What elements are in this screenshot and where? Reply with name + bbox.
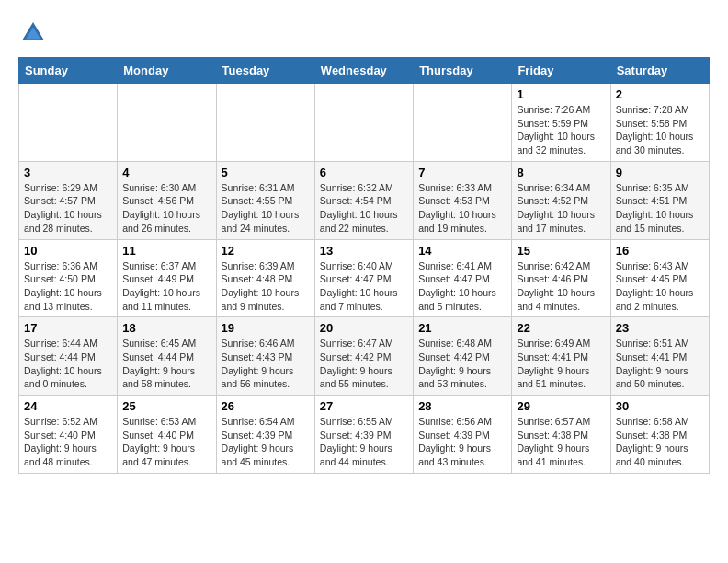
- day-number: 26: [222, 399, 310, 413]
- day-number: 25: [122, 399, 210, 413]
- weekday-header-sunday: Sunday: [19, 58, 118, 84]
- calendar-cell: 29Sunrise: 6:57 AM Sunset: 4:38 PM Dayli…: [512, 396, 610, 474]
- calendar-cell: 8Sunrise: 6:34 AM Sunset: 4:52 PM Daylig…: [512, 161, 610, 239]
- calendar-header: SundayMondayTuesdayWednesdayThursdayFrid…: [19, 58, 710, 84]
- day-number: 22: [517, 321, 605, 335]
- day-info: Sunrise: 6:43 AM Sunset: 4:45 PM Dayligh…: [616, 259, 704, 314]
- day-info: Sunrise: 6:56 AM Sunset: 4:39 PM Dayligh…: [418, 415, 506, 469]
- weekday-header-row: SundayMondayTuesdayWednesdayThursdayFrid…: [19, 58, 710, 84]
- calendar-cell: 24Sunrise: 6:52 AM Sunset: 4:40 PM Dayli…: [19, 396, 118, 474]
- day-number: 12: [222, 244, 310, 258]
- day-number: 15: [517, 244, 605, 258]
- day-number: 17: [24, 321, 112, 335]
- day-info: Sunrise: 6:48 AM Sunset: 4:42 PM Dayligh…: [418, 337, 506, 391]
- day-info: Sunrise: 6:37 AM Sunset: 4:49 PM Dayligh…: [122, 259, 210, 314]
- header: [18, 18, 710, 48]
- day-number: 11: [122, 244, 210, 258]
- day-info: Sunrise: 6:47 AM Sunset: 4:42 PM Dayligh…: [320, 337, 408, 391]
- day-number: 28: [418, 399, 506, 413]
- calendar-cell: 5Sunrise: 6:31 AM Sunset: 4:55 PM Daylig…: [216, 161, 314, 239]
- calendar-week-row: 3Sunrise: 6:29 AM Sunset: 4:57 PM Daylig…: [19, 161, 710, 239]
- day-info: Sunrise: 6:57 AM Sunset: 4:38 PM Dayligh…: [517, 415, 605, 469]
- logo-icon: [18, 18, 48, 48]
- day-info: Sunrise: 6:58 AM Sunset: 4:38 PM Dayligh…: [616, 415, 704, 469]
- weekday-header-monday: Monday: [118, 58, 216, 84]
- day-number: 27: [320, 399, 408, 413]
- calendar-cell: [216, 84, 314, 162]
- day-info: Sunrise: 6:42 AM Sunset: 4:46 PM Dayligh…: [517, 259, 605, 314]
- day-info: Sunrise: 6:32 AM Sunset: 4:54 PM Dayligh…: [320, 181, 408, 236]
- day-info: Sunrise: 6:40 AM Sunset: 4:47 PM Dayligh…: [320, 259, 408, 314]
- calendar-cell: [314, 84, 413, 162]
- day-info: Sunrise: 6:44 AM Sunset: 4:44 PM Dayligh…: [24, 337, 112, 391]
- day-info: Sunrise: 6:29 AM Sunset: 4:57 PM Dayligh…: [24, 181, 112, 236]
- day-info: Sunrise: 6:53 AM Sunset: 4:40 PM Dayligh…: [122, 415, 210, 469]
- weekday-header-wednesday: Wednesday: [314, 58, 413, 84]
- calendar-cell: 18Sunrise: 6:45 AM Sunset: 4:44 PM Dayli…: [118, 317, 216, 396]
- day-number: 4: [122, 166, 210, 179]
- day-number: 20: [320, 321, 408, 335]
- calendar-cell: 1Sunrise: 7:26 AM Sunset: 5:59 PM Daylig…: [512, 84, 610, 162]
- day-number: 21: [418, 321, 506, 335]
- day-info: Sunrise: 6:35 AM Sunset: 4:51 PM Dayligh…: [616, 181, 704, 236]
- day-info: Sunrise: 6:36 AM Sunset: 4:50 PM Dayligh…: [24, 259, 112, 314]
- calendar-cell: 22Sunrise: 6:49 AM Sunset: 4:41 PM Dayli…: [512, 317, 610, 396]
- day-info: Sunrise: 6:39 AM Sunset: 4:48 PM Dayligh…: [222, 259, 310, 314]
- day-info: Sunrise: 7:28 AM Sunset: 5:58 PM Dayligh…: [616, 103, 704, 157]
- day-info: Sunrise: 6:45 AM Sunset: 4:44 PM Dayligh…: [122, 337, 210, 391]
- day-info: Sunrise: 6:41 AM Sunset: 4:47 PM Dayligh…: [418, 259, 506, 314]
- day-number: 7: [418, 166, 506, 179]
- calendar-cell: 6Sunrise: 6:32 AM Sunset: 4:54 PM Daylig…: [314, 161, 413, 239]
- weekday-header-thursday: Thursday: [414, 58, 512, 84]
- day-info: Sunrise: 6:33 AM Sunset: 4:53 PM Dayligh…: [418, 181, 506, 236]
- calendar-cell: 21Sunrise: 6:48 AM Sunset: 4:42 PM Dayli…: [414, 317, 512, 396]
- calendar-cell: 14Sunrise: 6:41 AM Sunset: 4:47 PM Dayli…: [414, 239, 512, 317]
- calendar-week-row: 24Sunrise: 6:52 AM Sunset: 4:40 PM Dayli…: [19, 396, 710, 474]
- calendar-cell: 11Sunrise: 6:37 AM Sunset: 4:49 PM Dayli…: [118, 239, 216, 317]
- day-number: 16: [616, 244, 704, 258]
- calendar-cell: 17Sunrise: 6:44 AM Sunset: 4:44 PM Dayli…: [19, 317, 118, 396]
- day-info: Sunrise: 7:26 AM Sunset: 5:59 PM Dayligh…: [517, 103, 605, 157]
- calendar-cell: 19Sunrise: 6:46 AM Sunset: 4:43 PM Dayli…: [216, 317, 314, 396]
- day-info: Sunrise: 6:54 AM Sunset: 4:39 PM Dayligh…: [222, 415, 310, 469]
- day-info: Sunrise: 6:34 AM Sunset: 4:52 PM Dayligh…: [517, 181, 605, 236]
- day-number: 29: [517, 399, 605, 413]
- calendar-cell: 25Sunrise: 6:53 AM Sunset: 4:40 PM Dayli…: [118, 396, 216, 474]
- calendar-cell: 12Sunrise: 6:39 AM Sunset: 4:48 PM Dayli…: [216, 239, 314, 317]
- day-number: 10: [24, 244, 112, 258]
- calendar-cell: 30Sunrise: 6:58 AM Sunset: 4:38 PM Dayli…: [610, 396, 709, 474]
- calendar-cell: 20Sunrise: 6:47 AM Sunset: 4:42 PM Dayli…: [314, 317, 413, 396]
- weekday-header-friday: Friday: [512, 58, 610, 84]
- calendar-cell: 7Sunrise: 6:33 AM Sunset: 4:53 PM Daylig…: [414, 161, 512, 239]
- day-info: Sunrise: 6:55 AM Sunset: 4:39 PM Dayligh…: [320, 415, 408, 469]
- day-info: Sunrise: 6:46 AM Sunset: 4:43 PM Dayligh…: [222, 337, 310, 391]
- calendar-cell: 23Sunrise: 6:51 AM Sunset: 4:41 PM Dayli…: [610, 317, 709, 396]
- day-info: Sunrise: 6:49 AM Sunset: 4:41 PM Dayligh…: [517, 337, 605, 391]
- calendar-cell: 15Sunrise: 6:42 AM Sunset: 4:46 PM Dayli…: [512, 239, 610, 317]
- day-number: 2: [616, 87, 704, 101]
- calendar-week-row: 1Sunrise: 7:26 AM Sunset: 5:59 PM Daylig…: [19, 84, 710, 162]
- calendar-cell: [19, 84, 118, 162]
- calendar-week-row: 10Sunrise: 6:36 AM Sunset: 4:50 PM Dayli…: [19, 239, 710, 317]
- day-number: 18: [122, 321, 210, 335]
- day-number: 8: [517, 166, 605, 179]
- day-number: 14: [418, 244, 506, 258]
- calendar-cell: 3Sunrise: 6:29 AM Sunset: 4:57 PM Daylig…: [19, 161, 118, 239]
- calendar-cell: 16Sunrise: 6:43 AM Sunset: 4:45 PM Dayli…: [610, 239, 709, 317]
- day-number: 9: [616, 166, 704, 179]
- day-number: 5: [222, 166, 310, 179]
- calendar-cell: 2Sunrise: 7:28 AM Sunset: 5:58 PM Daylig…: [610, 84, 709, 162]
- weekday-header-tuesday: Tuesday: [216, 58, 314, 84]
- day-info: Sunrise: 6:31 AM Sunset: 4:55 PM Dayligh…: [222, 181, 310, 236]
- calendar-cell: [414, 84, 512, 162]
- calendar-cell: 28Sunrise: 6:56 AM Sunset: 4:39 PM Dayli…: [414, 396, 512, 474]
- logo: [18, 18, 51, 48]
- day-number: 6: [320, 166, 408, 179]
- page-container: SundayMondayTuesdayWednesdayThursdayFrid…: [18, 18, 710, 474]
- day-number: 19: [222, 321, 310, 335]
- day-number: 1: [517, 87, 605, 101]
- calendar-table: SundayMondayTuesdayWednesdayThursdayFrid…: [18, 57, 710, 474]
- day-info: Sunrise: 6:52 AM Sunset: 4:40 PM Dayligh…: [24, 415, 112, 469]
- weekday-header-saturday: Saturday: [610, 58, 709, 84]
- day-number: 30: [616, 399, 704, 413]
